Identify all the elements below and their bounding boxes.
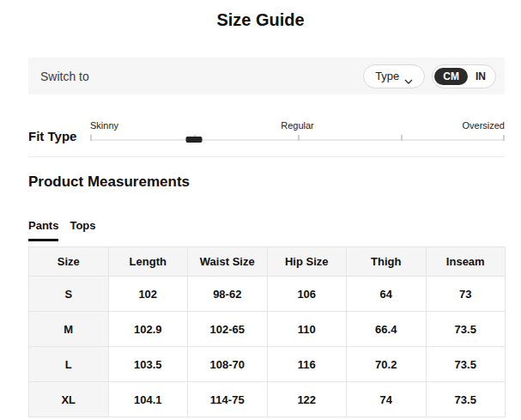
slider-tick [503,135,505,141]
type-dropdown[interactable]: Type [363,64,425,88]
cell-thigh: 66.4 [347,312,427,347]
slider-label-oversized: Oversized [462,120,505,131]
cell-inseam: 73 [426,277,506,312]
cell-size: L [29,347,109,382]
cell-length: 104.1 [108,382,188,417]
table-row: L 103.5 108-70 116 70.2 73.5 [29,347,506,382]
column-header-size: Size [29,247,109,277]
switch-to-label: Switch to [40,70,89,83]
slider-handle[interactable] [185,137,202,143]
cell-thigh: 64 [347,277,427,312]
cell-waist: 98-62 [188,277,268,312]
size-table: Size Length Waist Size Hip Size Thigh In… [28,247,506,417]
fit-type-slider[interactable]: Skinny Regular Oversized [90,120,505,146]
cell-inseam: 73.5 [426,382,506,417]
cell-waist: 114-75 [188,382,268,417]
category-tabs: Pants Tops [28,219,96,241]
page-title: Size Guide [0,10,521,30]
column-header-length: Length [108,247,188,277]
column-header-inseam: Inseam [426,247,506,277]
cell-size: S [29,277,109,312]
cell-hip: 110 [267,312,347,347]
slider-label-skinny: Skinny [90,120,118,131]
table-header-row: Size Length Waist Size Hip Size Thigh In… [29,247,506,277]
cell-length: 103.5 [108,347,188,382]
column-header-waist: Waist Size [188,247,268,277]
cell-waist: 108-70 [188,347,268,382]
cell-length: 102 [108,277,188,312]
cell-inseam: 73.5 [426,347,506,382]
tab-pants[interactable]: Pants [28,219,58,241]
cell-hip: 106 [267,277,347,312]
cell-size: M [29,312,109,347]
cell-size: XL [29,382,109,417]
fit-type-label: Fit Type [28,129,76,143]
table-row: S 102 98-62 106 64 73 [29,277,506,312]
type-dropdown-label: Type [375,70,399,82]
product-measurements-heading: Product Measurements [28,173,190,191]
cell-length: 102.9 [108,312,188,347]
chevron-down-icon [404,74,413,79]
unit-cm-button[interactable]: CM [434,68,468,85]
cell-waist: 102-65 [188,312,268,347]
cell-thigh: 74 [347,382,427,417]
slider-tick [401,135,403,141]
column-header-thigh: Thigh [347,247,427,277]
table-row: XL 104.1 114-75 122 74 73.5 [29,382,506,417]
switch-to-bar: Switch to Type CM IN [28,58,505,94]
slider-tick [90,135,92,141]
slider-tick [298,135,300,141]
unit-toggle: CM IN [432,64,496,88]
cell-inseam: 73.5 [426,312,506,347]
section-divider [28,156,505,157]
unit-in-button[interactable]: IN [468,68,494,85]
cell-thigh: 70.2 [347,347,427,382]
cell-hip: 116 [267,347,347,382]
tab-tops[interactable]: Tops [70,219,95,241]
table-row: M 102.9 102-65 110 66.4 73.5 [29,312,506,347]
switch-controls: Type CM IN [363,64,496,88]
column-header-hip: Hip Size [267,247,347,277]
size-guide-panel: Size Guide Switch to Type CM IN Fit Type… [0,0,521,420]
slider-label-regular: Regular [281,120,314,131]
cell-hip: 122 [267,382,347,417]
